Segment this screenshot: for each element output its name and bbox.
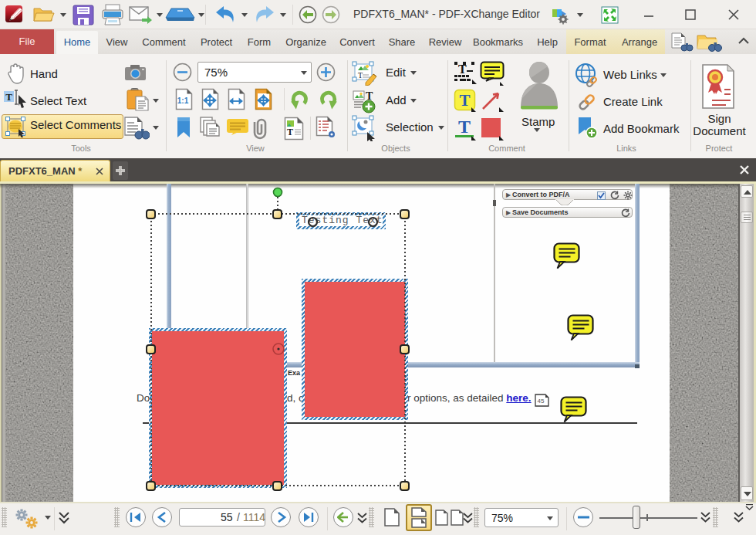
svg-text:45: 45 [538,398,545,405]
svg-text:T: T [459,91,470,110]
svg-text:T: T [458,63,467,76]
svg-text:T: T [5,91,12,103]
svg-text:T: T [458,117,471,137]
svg-text:T: T [287,127,293,137]
svg-text:T: T [358,71,363,80]
svg-text:1:1: 1:1 [177,97,189,105]
